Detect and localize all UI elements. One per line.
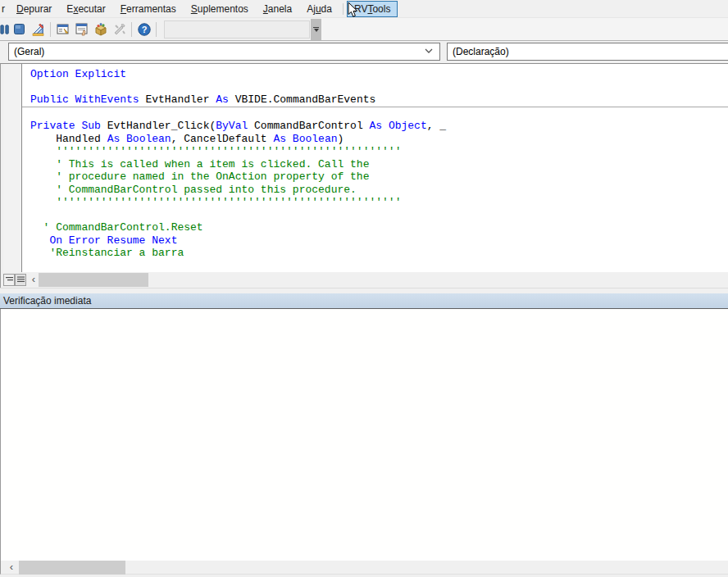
code-line[interactable] <box>30 81 728 94</box>
immediate-window-titlebar[interactable]: Verificação imediata <box>0 293 728 309</box>
window-splitter[interactable] <box>0 288 728 293</box>
procedure-dropdown-value: (Declaração) <box>453 46 509 57</box>
menu-item-suplementos[interactable]: Suplementos <box>184 1 256 17</box>
code-line[interactable]: ''''''''''''''''''''''''''''''''''''''''… <box>30 145 728 158</box>
code-line[interactable]: On Error Resume Next <box>30 234 728 248</box>
menu-bar-items: DepurarExecutarFerramentasSuplementosJan… <box>9 1 398 17</box>
design-mode-icon[interactable] <box>29 20 48 39</box>
svg-text:?: ? <box>141 25 147 34</box>
vbe-window: r DepurarExecutarFerramentasSuplementosJ… <box>0 0 728 577</box>
code-line[interactable]: ' CommandBarControl.Reset <box>30 221 728 234</box>
code-line[interactable]: ' procedure named in the OnAction proper… <box>30 170 728 184</box>
immediate-window-body[interactable] <box>0 309 728 561</box>
pause-icon[interactable] <box>0 20 10 39</box>
code-editor: Option ExplicitPublic WithEvents EvtHand… <box>0 63 728 272</box>
margin-indicator-bar[interactable] <box>3 64 22 272</box>
code-hscrollbar-thumb[interactable] <box>39 273 148 287</box>
toolbar-separator <box>131 22 132 37</box>
menu-item-partial[interactable]: r <box>0 2 9 16</box>
toolbar-separator <box>50 22 51 37</box>
code-hscrollbar-strip: ‹ <box>0 272 728 288</box>
code-line[interactable]: ' CommandBarControl passed into this pro… <box>30 184 728 197</box>
scroll-left-icon[interactable]: ‹ <box>5 561 18 575</box>
menu-separator <box>343 3 344 15</box>
menu-item-depurar[interactable]: Depurar <box>9 1 59 17</box>
toolbar-empty-space <box>321 18 728 40</box>
code-text[interactable]: Option ExplicitPublic WithEvents EvtHand… <box>22 64 728 272</box>
standard-toolbar: ? <box>0 18 728 41</box>
menu-item-executar[interactable]: Executar <box>59 1 112 17</box>
chevron-down-icon <box>425 47 433 55</box>
menu-item-janela[interactable]: Janela <box>256 1 299 17</box>
code-line[interactable]: Private Sub EvtHandler_Click(ByVal Comma… <box>30 120 728 133</box>
menu-bar: r DepurarExecutarFerramentasSuplementosJ… <box>0 0 728 18</box>
immediate-window-title: Verificação imediata <box>3 295 91 307</box>
menu-item-rvtools[interactable]: RVTools <box>347 1 398 17</box>
toolbar-overflow-icon[interactable] <box>311 19 321 40</box>
code-line[interactable]: Public WithEvents EvtHandler As VBIDE.Co… <box>30 93 728 107</box>
code-line[interactable] <box>30 209 728 222</box>
toolbar-empty-field <box>164 20 310 39</box>
immediate-hscrollbar: ‹ <box>0 561 728 575</box>
properties-window-icon[interactable] <box>72 20 91 39</box>
procedure-view-button[interactable] <box>3 274 15 286</box>
object-dropdown-value: (Geral) <box>14 46 44 57</box>
code-line[interactable]: ''''''''''''''''''''''''''''''''''''''''… <box>30 196 728 209</box>
code-line[interactable]: Option Explicit <box>30 68 728 81</box>
menu-item-ajuda[interactable]: Ajuda <box>299 1 339 17</box>
project-explorer-icon[interactable] <box>53 20 72 39</box>
object-browser-icon[interactable] <box>91 20 110 39</box>
toolbar-separator <box>156 22 157 37</box>
help-icon[interactable]: ? <box>134 20 153 39</box>
code-line[interactable] <box>30 107 728 120</box>
toolbox-icon[interactable] <box>110 20 129 39</box>
object-dropdown[interactable]: (Geral) <box>8 43 440 61</box>
procedure-dropdown[interactable]: (Declaração) <box>447 43 728 61</box>
menu-item-ferramentas[interactable]: Ferramentas <box>113 1 184 17</box>
stop-icon[interactable] <box>10 20 29 39</box>
code-window-header: (Geral) (Declaração) <box>0 41 728 63</box>
code-line[interactable]: 'Reinstanciar a barra <box>30 247 728 260</box>
code-line[interactable]: ' This is called when a item is clicked.… <box>30 158 728 171</box>
full-module-view-button[interactable] <box>15 274 26 286</box>
code-line[interactable]: Handled As Boolean, CancelDefault As Boo… <box>30 133 728 146</box>
immediate-hscrollbar-thumb[interactable] <box>19 561 125 575</box>
